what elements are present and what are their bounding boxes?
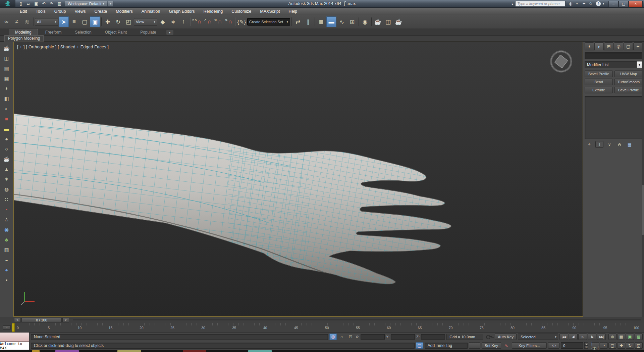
modifier-button-bevel-profile-2[interactable]: Bevel Profile <box>614 87 643 93</box>
modifier-stack-list[interactable] <box>585 96 643 139</box>
environment-dialog-icon[interactable]: ▦ <box>2 74 12 83</box>
communication-center-icon[interactable]: ✦ <box>581 1 587 6</box>
spinner-snap-toggle[interactable]: ⇅∩ <box>224 16 234 27</box>
track-bar-toggle-icon[interactable]: ⇔ <box>3 325 11 329</box>
help-icon[interactable]: ? <box>596 1 601 6</box>
cp-tab-utilities[interactable]: ✦ <box>633 42 643 50</box>
menu-edit[interactable]: Edit <box>15 8 32 15</box>
toolbar-separator[interactable] <box>189 16 191 27</box>
key-filters-button[interactable]: Key Filters... <box>512 342 547 349</box>
y-coordinate-field[interactable] <box>391 334 415 340</box>
selection-filter-dropdown[interactable]: All <box>35 18 58 26</box>
maxscript-mini-listener-icon[interactable]: ▢ <box>416 342 423 349</box>
configure-modifier-sets-button[interactable]: ▦ <box>626 141 634 148</box>
zoom-icon[interactable]: ⊕ <box>608 334 616 340</box>
taskbar-app-icon[interactable] <box>183 350 206 352</box>
menu-animation[interactable]: Animation <box>137 8 165 15</box>
viewport-orthographic[interactable]: [ + ] [ Orthographic ] [ Shaded + Edged … <box>13 42 583 317</box>
key-mode-dropdown[interactable]: Selected <box>518 334 558 340</box>
modifier-button-extrude[interactable]: Extrude <box>585 87 613 93</box>
absolute-offset-mode-toggle[interactable]: ⊡ <box>347 334 354 340</box>
manage-layers-button[interactable]: ≣ <box>316 16 326 27</box>
keyboard-override-toggle[interactable]: ↑ <box>178 16 189 27</box>
sphere-primitive-icon[interactable]: ● <box>2 134 12 143</box>
mirror-button[interactable]: ⇄ <box>293 16 303 27</box>
pin-stack-button[interactable]: ⌖ <box>585 141 593 148</box>
viewport-label[interactable]: [ + ] [ Orthographic ] [ Shaded + Edged … <box>17 45 109 49</box>
ribbon-tab-modeling[interactable]: Modeling <box>9 29 38 35</box>
play-button[interactable]: ▷ <box>578 334 587 340</box>
reference-coordinate-dropdown[interactable]: View <box>134 18 157 26</box>
select-and-manipulate-button[interactable]: ∗ <box>168 16 178 27</box>
key-mode-toggle-icon[interactable]: |◁▷| <box>591 342 599 349</box>
taskbar-app-icon[interactable] <box>55 350 79 352</box>
cp-tab-create[interactable]: ✶ <box>585 42 594 50</box>
previous-frame-arrow[interactable]: < <box>14 318 21 322</box>
render-setup-dialog-icon[interactable]: ▤ <box>2 64 12 73</box>
polygon-modeling-panel-tab[interactable]: Polygon Modeling <box>4 35 44 42</box>
snaps-toggle-2-5[interactable]: 2.5∩ <box>191 16 203 27</box>
percent-snap-toggle[interactable]: %∩ <box>213 16 223 27</box>
rectangular-selection-region-button[interactable]: ▢ <box>79 16 90 27</box>
menu-rendering[interactable]: Rendering <box>199 8 227 15</box>
previous-frame-button[interactable]: ◀‖ <box>569 334 578 340</box>
minimize-button[interactable]: – <box>608 1 619 7</box>
command-panel-scrollbar[interactable] <box>642 42 644 317</box>
workspace-dropdown[interactable]: Workspace: Default <box>65 1 107 7</box>
welcome-window-titlebar[interactable] <box>0 333 29 342</box>
state-sets-icon[interactable]: ◧ <box>2 94 12 103</box>
z-coordinate-field[interactable] <box>421 334 445 340</box>
cp-tab-motion[interactable]: ◎ <box>614 42 623 50</box>
select-and-rotate-button[interactable]: ↻ <box>113 16 123 27</box>
modifier-button-bevel-profile[interactable]: Bevel Profile <box>585 71 613 77</box>
license-key-icon[interactable]: ⌁ <box>574 1 581 6</box>
pan-view-icon[interactable]: ✚ <box>617 342 625 349</box>
ribbon-tab-selection[interactable]: Selection <box>69 29 97 35</box>
foliage-icon[interactable]: ♣ <box>2 235 12 244</box>
track-bar[interactable]: ⇔ 05101520253035404550556065707580859095… <box>0 323 644 332</box>
render-flyout-icon[interactable]: ☕ <box>2 44 12 53</box>
open-file-icon[interactable]: ▱ <box>25 1 32 7</box>
select-and-scale-button[interactable]: ◰ <box>123 16 133 27</box>
help-flyout-caret[interactable]: ▾ <box>603 2 604 5</box>
new-key-default-in-out-tangents-icon[interactable]: ∿ <box>502 343 511 349</box>
time-slider-handle[interactable]: 0 / 100 <box>21 318 62 322</box>
menu-modifiers[interactable]: Modifiers <box>111 8 137 15</box>
selection-lock-toggle[interactable]: ⌂ <box>338 334 345 340</box>
menu-group[interactable]: Group <box>50 8 70 15</box>
quick-access-overflow-button[interactable]: ▾ <box>108 1 113 7</box>
current-frame-marker[interactable] <box>12 323 15 332</box>
cone-primitive-icon[interactable]: ▲ <box>2 165 12 174</box>
redo-icon[interactable]: ↷ <box>48 1 55 7</box>
cp-tab-modify[interactable]: ◗ <box>594 42 604 50</box>
favorites-star-icon[interactable]: ☆ <box>587 1 594 6</box>
cp-tab-display[interactable]: ▢ <box>624 42 633 50</box>
next-frame-arrow[interactable]: > <box>62 318 69 322</box>
taskbar-app-icon[interactable] <box>32 350 40 352</box>
array-tool-icon[interactable]: ∷ <box>2 195 12 204</box>
welcome-to-max-window[interactable]: Welcome to MAX <box>0 333 30 350</box>
next-frame-button[interactable]: ‖▶ <box>588 334 596 340</box>
use-pivot-point-button[interactable]: ◆ <box>158 16 168 27</box>
rendered-frame-window-icon[interactable]: ◫ <box>2 54 12 63</box>
select-and-link-button[interactable]: ∞ <box>1 16 11 27</box>
render-production-button[interactable]: ☕ <box>393 16 404 27</box>
object-name-field[interactable] <box>585 52 644 59</box>
key-mode-toggle-button[interactable]: |◁▷| <box>548 342 559 349</box>
toolbar-separator[interactable] <box>358 16 360 27</box>
material-editor-button[interactable]: ◉ <box>360 16 370 27</box>
circle-shape-icon[interactable]: ○ <box>2 144 12 153</box>
orbit-view-icon[interactable]: ↻ <box>626 342 634 349</box>
bind-to-space-warp-button[interactable]: ≋ <box>22 16 32 27</box>
light-lister-icon[interactable]: ✶ <box>2 84 12 93</box>
show-end-result-button[interactable]: ‖ <box>595 141 603 148</box>
select-object-button[interactable]: ➤ <box>59 16 69 27</box>
modifier-list-dropdown[interactable]: Modifier List ▼ <box>585 61 643 68</box>
save-file-icon[interactable]: ▣ <box>33 1 40 7</box>
globe-icon[interactable]: ◉ <box>2 225 12 234</box>
modifier-button-turbosmooth[interactable]: TurboSmooth <box>614 79 643 85</box>
teapot-primitive-icon[interactable]: ☕ <box>2 155 12 164</box>
menu-views[interactable]: Views <box>70 8 90 15</box>
toolbar-separator[interactable] <box>100 16 102 27</box>
new-file-icon[interactable]: ▯ <box>17 1 24 7</box>
